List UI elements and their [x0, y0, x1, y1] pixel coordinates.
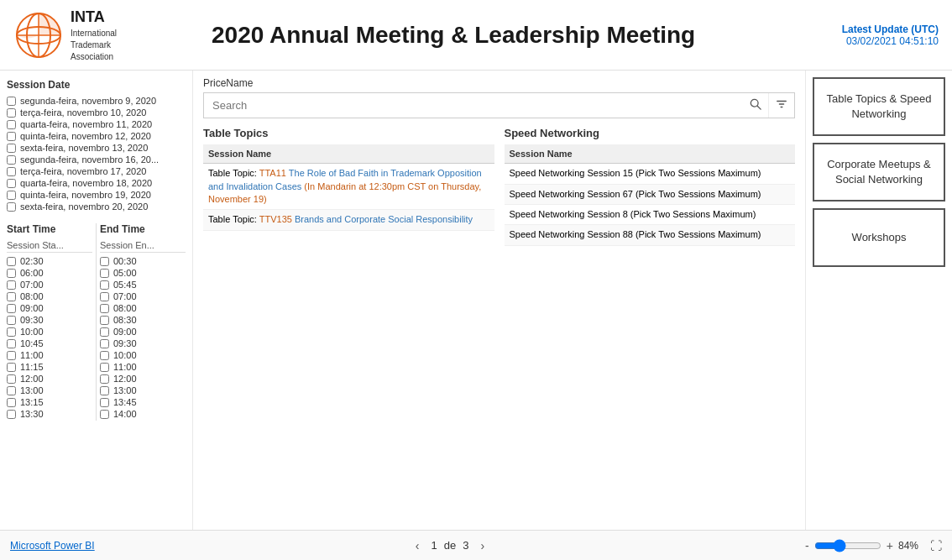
start-time-checkbox[interactable]: [7, 386, 16, 395]
start-time-checkbox[interactable]: [7, 257, 16, 266]
session-date-item[interactable]: quinta-feira, novembro 12, 2020: [7, 131, 186, 141]
zoom-slider[interactable]: [814, 539, 881, 552]
session-date-checkbox[interactable]: [7, 167, 16, 176]
start-time-item[interactable]: 13:30: [7, 409, 92, 419]
start-time-label: 10:00: [20, 327, 44, 337]
session-date-checkbox[interactable]: [7, 97, 16, 106]
end-time-checkbox[interactable]: [100, 292, 109, 301]
update-area: Latest Update (UTC) 03/02/2021 04:51:10: [787, 24, 939, 47]
start-time-checkbox[interactable]: [7, 327, 16, 337]
start-time-item[interactable]: 11:15: [7, 362, 92, 372]
panel-button-table-topics-speed[interactable]: Table Topics & Speed Networking: [813, 77, 945, 136]
session-date-item[interactable]: quarta-feira, novembro 11, 2020: [7, 119, 186, 129]
end-time-item[interactable]: 13:00: [100, 385, 186, 395]
end-time-checkbox[interactable]: [100, 304, 109, 313]
session-date-item[interactable]: quarta-feira, novembro 18, 2020: [7, 178, 186, 188]
start-time-item[interactable]: 07:00: [7, 280, 92, 290]
start-time-checkbox[interactable]: [7, 410, 16, 419]
start-time-item[interactable]: 08:00: [7, 291, 92, 301]
session-date-item[interactable]: sexta-feira, novembro 20, 2020: [7, 201, 186, 212]
end-time-item[interactable]: 12:00: [100, 374, 186, 384]
start-time-checkbox[interactable]: [7, 374, 16, 384]
end-time-checkbox[interactable]: [100, 316, 109, 325]
session-date-checkbox[interactable]: [7, 155, 16, 165]
start-time-label: 07:00: [20, 280, 44, 290]
session-date-item[interactable]: terça-feira, novembro 10, 2020: [7, 107, 186, 118]
session-date-checkbox[interactable]: [7, 120, 16, 129]
panel-button-workshops[interactable]: Workshops: [813, 208, 945, 267]
start-time-item[interactable]: 13:00: [7, 385, 92, 395]
zoom-plus-button[interactable]: +: [887, 539, 893, 552]
start-time-item[interactable]: 10:45: [7, 338, 92, 348]
end-time-item[interactable]: 08:30: [100, 315, 186, 325]
end-time-item[interactable]: 10:00: [100, 350, 186, 360]
start-time-item[interactable]: 12:00: [7, 374, 92, 384]
start-time-item[interactable]: 06:00: [7, 268, 92, 278]
start-time-checkbox[interactable]: [7, 304, 16, 313]
search-icon-button[interactable]: [743, 93, 768, 118]
filter-icon-button[interactable]: [768, 93, 794, 118]
inta-logo: [13, 10, 64, 60]
start-time-label: 09:00: [20, 303, 44, 313]
end-time-checkbox[interactable]: [100, 363, 109, 372]
session-date-item[interactable]: sexta-feira, novembro 13, 2020: [7, 143, 186, 153]
end-time-item[interactable]: 08:00: [100, 303, 186, 313]
start-time-checkbox[interactable]: [7, 280, 16, 290]
end-time-item[interactable]: 00:30: [100, 256, 186, 266]
end-time-item[interactable]: 09:00: [100, 327, 186, 337]
end-time-checkbox[interactable]: [100, 327, 109, 337]
start-time-checkbox[interactable]: [7, 292, 16, 301]
session-date-checkbox[interactable]: [7, 179, 16, 188]
session-date-item[interactable]: quinta-feira, novembro 19, 2020: [7, 190, 186, 200]
session-date-checkbox[interactable]: [7, 108, 16, 118]
session-date-checkbox[interactable]: [7, 132, 16, 141]
start-time-item[interactable]: 11:00: [7, 350, 92, 360]
end-time-checkbox[interactable]: [100, 257, 109, 266]
expand-icon[interactable]: ⛶: [930, 539, 942, 552]
prev-page-button[interactable]: ‹: [411, 537, 425, 554]
session-date-checkbox[interactable]: [7, 144, 16, 153]
end-time-checkbox[interactable]: [100, 386, 109, 395]
start-time-checkbox[interactable]: [7, 363, 16, 372]
start-time-checkbox[interactable]: [7, 316, 16, 325]
search-bar-wrapper[interactable]: [203, 92, 795, 118]
end-time-checkbox[interactable]: [100, 374, 109, 384]
start-time-item[interactable]: 09:30: [7, 315, 92, 325]
end-time-checkbox[interactable]: [100, 339, 109, 348]
end-time-checkbox[interactable]: [100, 410, 109, 419]
end-time-checkbox[interactable]: [100, 351, 109, 360]
start-time-item[interactable]: 13:15: [7, 397, 92, 407]
end-time-checkbox[interactable]: [100, 398, 109, 407]
start-time-checkbox[interactable]: [7, 269, 16, 278]
next-page-button[interactable]: ›: [475, 537, 489, 554]
start-time-item[interactable]: 09:00: [7, 303, 92, 313]
powerbi-link[interactable]: Microsoft Power BI: [10, 540, 95, 552]
start-time-item[interactable]: 02:30: [7, 256, 92, 266]
session-date-item[interactable]: segunda-feira, novembro 9, 2020: [7, 96, 186, 106]
end-time-item[interactable]: 14:00: [100, 409, 186, 419]
session-date-item[interactable]: segunda-feira, novembro 16, 20...: [7, 154, 186, 165]
end-time-item[interactable]: 11:00: [100, 362, 186, 372]
end-time-checkbox[interactable]: [100, 280, 109, 290]
end-time-item[interactable]: 07:00: [100, 291, 186, 301]
start-time-item[interactable]: 10:00: [7, 327, 92, 337]
start-time-checkbox[interactable]: [7, 339, 16, 348]
end-time-item[interactable]: 05:45: [100, 280, 186, 290]
end-time-item[interactable]: 09:30: [100, 338, 186, 348]
end-time-item[interactable]: 05:00: [100, 268, 186, 278]
update-time: 03/02/2021 04:51:10: [787, 35, 939, 47]
session-date-item[interactable]: terça-feira, novembro 17, 2020: [7, 166, 186, 176]
end-time-label: 00:30: [113, 256, 137, 266]
start-time-checkbox[interactable]: [7, 351, 16, 360]
start-time-checkbox[interactable]: [7, 398, 16, 407]
session-date-checkbox[interactable]: [7, 191, 16, 200]
session-date-label: sexta-feira, novembro 13, 2020: [20, 143, 148, 153]
panel-button-corporate-meetups[interactable]: Corporate Meetups & Social Networking: [813, 143, 945, 201]
end-time-item[interactable]: 13:45: [100, 397, 186, 407]
search-input[interactable]: [204, 94, 743, 117]
filter-icon: [776, 98, 787, 110]
end-time-checkbox[interactable]: [100, 269, 109, 278]
session-date-checkbox[interactable]: [7, 202, 16, 212]
zoom-minus-button[interactable]: -: [805, 539, 809, 552]
speed-networking-title: Speed Networking: [505, 127, 796, 139]
